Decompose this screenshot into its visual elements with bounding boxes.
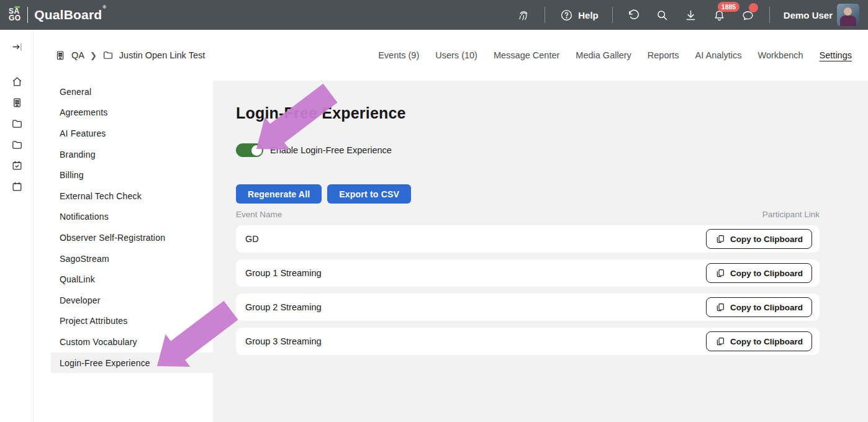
user-avatar[interactable] (837, 4, 859, 26)
app-screen: SA GO QualBoard® Help (0, 0, 868, 422)
app-logo[interactable]: SA GO QualBoard® (9, 7, 106, 23)
copy-icon (715, 268, 725, 278)
export-to-csv-button[interactable]: Export to CSV (327, 184, 411, 204)
settings-item-agreements[interactable]: Agreements (51, 102, 213, 123)
settings-item-notifications[interactable]: Notifications (51, 207, 213, 228)
tab-message-center[interactable]: Message Center (494, 50, 559, 60)
column-participant-link: Participant Link (762, 210, 820, 219)
fingerprint-icon[interactable] (516, 7, 531, 22)
download-icon[interactable] (684, 7, 698, 22)
tab-ai-analytics[interactable]: AI Analytics (695, 50, 742, 60)
copy-to-clipboard-button[interactable]: Copy to Clipboard (706, 297, 812, 317)
table-row: Group 1 Streaming Copy to Clipboard (236, 259, 820, 287)
tab-media-gallery[interactable]: Media Gallery (576, 50, 631, 60)
settings-item-custom-vocabulary[interactable]: Custom Vocabulary (51, 331, 213, 352)
projects-folder-icon[interactable] (10, 117, 24, 130)
enable-login-free-toggle[interactable] (236, 143, 263, 157)
enable-toggle-row: Enable Login-Free Experience (236, 143, 392, 157)
column-event-name: Event Name (236, 210, 282, 219)
copy-button-label: Copy to Clipboard (730, 303, 803, 312)
settings-item-developer[interactable]: Developer (51, 290, 213, 311)
help-button[interactable]: Help (559, 7, 599, 22)
settings-item-branding[interactable]: Branding (51, 144, 213, 165)
page-title: Login-Free Experience (236, 104, 406, 122)
product-name: QualBoard® (34, 7, 106, 22)
settings-item-billing[interactable]: Billing (51, 164, 213, 186)
tab-reports[interactable]: Reports (648, 50, 679, 60)
event-name: Group 3 Streaming (245, 336, 322, 346)
logo-green-accent (14, 6, 20, 8)
organization-icon (55, 50, 66, 61)
topbar-divider (545, 7, 545, 23)
calendar-icon[interactable] (10, 179, 24, 193)
project-nav-tabs: Events (9) Users (10) Message Center Med… (378, 30, 852, 81)
tab-settings[interactable]: Settings (820, 50, 852, 60)
logo-divider (27, 7, 29, 23)
event-name: GD (245, 234, 259, 244)
table-row: Group 2 Streaming Copy to Clipboard (236, 294, 820, 321)
tab-events[interactable]: Events (9) (378, 50, 419, 60)
tab-workbench[interactable]: Workbench (758, 50, 803, 60)
settings-item-ai-features[interactable]: AI Features (51, 123, 213, 144)
copy-button-label: Copy to Clipboard (730, 337, 803, 346)
breadcrumb: QA ❯ Justin Open Link Test (55, 30, 205, 81)
avatar-placeholder (844, 7, 852, 16)
event-name: Group 2 Streaming (245, 302, 322, 312)
tab-users[interactable]: Users (10) (435, 50, 477, 60)
help-icon (559, 7, 574, 22)
table-header: Event Name Participant Link (236, 210, 820, 219)
icon-rail (0, 30, 34, 422)
expand-sidebar-icon[interactable] (10, 40, 24, 53)
home-icon[interactable] (10, 74, 24, 88)
copy-to-clipboard-button[interactable]: Copy to Clipboard (706, 331, 812, 351)
breadcrumb-project[interactable]: Justin Open Link Test (119, 50, 205, 60)
topbar-divider (612, 7, 613, 23)
notifications-bell-icon[interactable]: 1885 (712, 7, 727, 22)
event-name: Group 1 Streaming (245, 268, 322, 278)
copy-button-label: Copy to Clipboard (730, 269, 803, 278)
group-folder-icon[interactable] (10, 138, 24, 151)
copy-to-clipboard-button[interactable]: Copy to Clipboard (706, 263, 812, 283)
logo-line2: GO (9, 15, 21, 22)
settings-item-project-attributes[interactable]: Project Attributes (51, 311, 213, 332)
main-content: Login-Free Experience Enable Login-Free … (213, 81, 868, 422)
regenerate-all-button[interactable]: Regenerate All (236, 184, 322, 204)
sago-logo: SA GO (9, 8, 21, 22)
user-name: Demo User (784, 10, 833, 20)
toggle-label: Enable Login-Free Experience (270, 145, 392, 155)
copy-icon (715, 302, 725, 312)
events-calendar-check-icon[interactable] (10, 158, 24, 172)
folder-icon (102, 50, 114, 61)
topbar-divider (769, 7, 770, 23)
messages-chat-icon[interactable] (741, 7, 756, 22)
toggle-knob (251, 145, 262, 156)
settings-item-general[interactable]: General (51, 81, 213, 102)
organization-icon[interactable] (10, 96, 24, 109)
copy-icon (715, 336, 725, 346)
settings-item-sagostream[interactable]: SagoStream (51, 248, 213, 269)
registered-mark: ® (102, 4, 106, 10)
user-menu[interactable]: Demo User (784, 4, 859, 26)
settings-item-observer-self-registration[interactable]: Observer Self-Registration (51, 227, 213, 248)
avatar-placeholder (840, 16, 856, 26)
settings-item-login-free-experience[interactable]: Login-Free Experience (51, 352, 213, 374)
project-header: QA ❯ Justin Open Link Test Events (9) Us… (0, 30, 868, 81)
action-buttons: Regenerate All Export to CSV (236, 184, 411, 204)
search-icon[interactable] (655, 7, 670, 22)
settings-item-quallink[interactable]: QualLink (51, 269, 213, 290)
unread-messages-dot (749, 3, 758, 12)
event-link-list: GD Copy to Clipboard Group 1 Streaming C… (236, 225, 820, 355)
top-navigation-bar: SA GO QualBoard® Help (0, 0, 868, 30)
copy-button-label: Copy to Clipboard (730, 235, 803, 244)
table-row: GD Copy to Clipboard (236, 225, 820, 253)
copy-to-clipboard-button[interactable]: Copy to Clipboard (706, 229, 812, 249)
chevron-right-icon: ❯ (90, 51, 97, 60)
table-row: Group 3 Streaming Copy to Clipboard (236, 328, 820, 355)
copy-icon (715, 234, 725, 244)
breadcrumb-org[interactable]: QA (71, 50, 84, 60)
help-label: Help (578, 10, 599, 20)
settings-menu: General Agreements AI Features Branding … (51, 81, 213, 373)
notification-count-badge: 1885 (718, 2, 739, 12)
undo-history-icon[interactable] (626, 7, 641, 22)
settings-item-external-tech-check[interactable]: External Tech Check (51, 186, 213, 207)
